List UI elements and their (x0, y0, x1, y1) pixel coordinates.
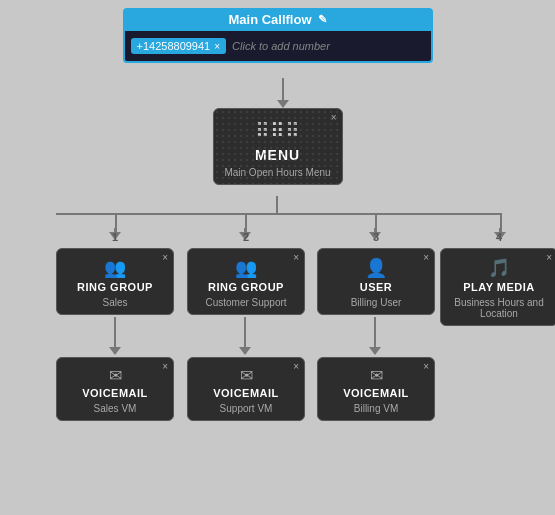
arrow-header-to-menu (277, 78, 289, 108)
vm-node-2[interactable]: × ✉ VOICEMAIL Support VM (187, 357, 305, 421)
remove-phone-button[interactable]: × (214, 41, 220, 52)
vm-1-close[interactable]: × (162, 361, 168, 372)
vm-3-type: VOICEMAIL (324, 387, 428, 399)
callflow-header: Main Callflow ✎ +14258809941 × Click to … (123, 8, 433, 63)
callflow-title-bar: Main Callflow ✎ (123, 8, 433, 31)
hline-branch-bar (56, 213, 500, 215)
menu-node[interactable]: × ⠿⠿⠿ MENU Main Open Hours Menu (213, 108, 343, 185)
branch-4-type: PLAY MEDIA (447, 281, 551, 293)
branch-3-close[interactable]: × (423, 252, 429, 263)
play-media-icon: 🎵 (447, 257, 551, 279)
branch-2-close[interactable]: × (293, 252, 299, 263)
vm-1-type: VOICEMAIL (63, 387, 167, 399)
phone-tag[interactable]: +14258809941 × (131, 38, 227, 54)
branch-num-3: 3 (373, 231, 379, 243)
menu-sub-label: Main Open Hours Menu (222, 167, 334, 178)
branch-node-1[interactable]: 1 × 👥 RING GROUP Sales (56, 248, 174, 315)
vm-2-name: Support VM (194, 403, 298, 414)
branch-1-close[interactable]: × (162, 252, 168, 263)
menu-label: MENU (222, 147, 334, 163)
branch-1-type: RING GROUP (63, 281, 167, 293)
branch-2-name: Customer Support (194, 297, 298, 308)
branch-num-1: 1 (112, 231, 118, 243)
vline-menu-to-hbar (276, 196, 278, 214)
vm-1-name: Sales VM (63, 403, 167, 414)
vm-2-close[interactable]: × (293, 361, 299, 372)
arrow-branch1-to-vm1 (109, 317, 121, 355)
arrow-branch3-to-vm3 (369, 317, 381, 355)
edit-icon[interactable]: ✎ (318, 13, 327, 26)
callflow-title-text: Main Callflow (228, 12, 311, 27)
ring-group-icon-2: 👥 (194, 257, 298, 279)
branch-4-close[interactable]: × (546, 252, 552, 263)
branch-3-name: Billing User (324, 297, 428, 308)
arrow-branch2-to-vm2 (239, 317, 251, 355)
branch-node-2[interactable]: 2 × 👥 RING GROUP Customer Support (187, 248, 305, 315)
voicemail-icon-3: ✉ (324, 366, 428, 385)
branch-num-4: 4 (496, 231, 502, 243)
add-number-button[interactable]: Click to add number (232, 40, 330, 52)
branch-node-3[interactable]: 3 × 👤 USER Billing User (317, 248, 435, 315)
branch-num-2: 2 (243, 231, 249, 243)
vm-3-close[interactable]: × (423, 361, 429, 372)
branch-4-name: Business Hours and Location (447, 297, 551, 319)
branch-3-type: USER (324, 281, 428, 293)
menu-icon: ⠿⠿⠿ (222, 119, 334, 143)
phone-number: +14258809941 (137, 40, 211, 52)
vm-3-name: Billing VM (324, 403, 428, 414)
voicemail-icon-2: ✉ (194, 366, 298, 385)
branch-node-4[interactable]: 4 × 🎵 PLAY MEDIA Business Hours and Loca… (440, 248, 555, 326)
vm-2-type: VOICEMAIL (194, 387, 298, 399)
menu-close-icon[interactable]: × (331, 112, 337, 123)
ring-group-icon-1: 👥 (63, 257, 167, 279)
branch-1-name: Sales (63, 297, 167, 308)
branch-2-type: RING GROUP (194, 281, 298, 293)
user-icon: 👤 (324, 257, 428, 279)
vm-node-1[interactable]: × ✉ VOICEMAIL Sales VM (56, 357, 174, 421)
callflow-number-row: +14258809941 × Click to add number (123, 31, 433, 63)
vm-node-3[interactable]: × ✉ VOICEMAIL Billing VM (317, 357, 435, 421)
voicemail-icon-1: ✉ (63, 366, 167, 385)
